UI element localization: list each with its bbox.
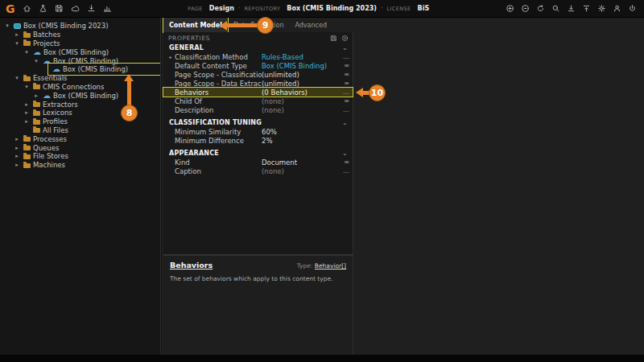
property-value[interactable]: Document (262, 158, 341, 167)
dropdown-menu-icon[interactable]: ≡ (341, 97, 349, 105)
expand-arrow-icon[interactable]: ▸ (32, 93, 40, 99)
property-type-link[interactable]: Behavior[] (315, 262, 346, 269)
tree-entry-selected[interactable]: Box (CMIS Binding) (50, 65, 161, 73)
tree-entry[interactable]: Profiles (31, 117, 70, 125)
flask-icon[interactable] (38, 3, 48, 14)
property-value[interactable]: (none) (262, 167, 341, 175)
expand-arrow-icon[interactable]: ▸ (13, 153, 21, 159)
tree-entry[interactable]: Box (CMIS Binding 2023) (11, 22, 110, 30)
tree-item-box-cmis-binding[interactable]: ▾Box (CMIS Binding) (0, 47, 160, 56)
add-circle-icon[interactable] (505, 3, 515, 14)
tree-entry[interactable]: Essentials (21, 74, 70, 82)
property-row-kind[interactable]: KindDocument≡ (163, 158, 353, 167)
collapse-arrow-icon[interactable]: ▾ (3, 23, 11, 29)
tree-item-machines[interactable]: ▸Machines (0, 161, 160, 170)
edit-ellipsis-icon[interactable]: … (341, 167, 349, 175)
property-value[interactable]: 2% (262, 137, 341, 145)
property-value[interactable]: (0 Behaviors) (262, 88, 341, 97)
tree-item-profiles[interactable]: ▸Profiles (0, 117, 160, 126)
tree-entry[interactable]: Box (CMIS Binding) (40, 92, 121, 100)
section-header-general[interactable]: GENERAL⌄ (163, 43, 353, 52)
tree-entry[interactable]: CMIS Connections (31, 83, 106, 91)
collapse-arrow-icon[interactable]: ▾ (23, 49, 31, 56)
chevron-down-icon[interactable]: ⌄ (342, 119, 348, 126)
chevron-down-icon[interactable]: ⌄ (342, 150, 348, 157)
download-icon[interactable] (566, 3, 576, 14)
property-value[interactable]: (unlimited) (262, 71, 341, 79)
save-icon[interactable] (329, 34, 337, 42)
expand-arrow-icon[interactable]: ▸ (23, 118, 31, 125)
cloud-icon[interactable] (70, 3, 80, 14)
property-row-page-scope-data-extraction[interactable]: Page Scope - Data Extraction(unlimited)≡ (163, 79, 353, 88)
expand-arrow-icon[interactable]: ▸ (13, 136, 21, 142)
tree-entry[interactable]: Extractors (31, 101, 80, 109)
property-value[interactable]: Box (CMIS Binding) (262, 62, 341, 70)
collapse-arrow-icon[interactable]: ▾ (13, 40, 21, 47)
tree-entry[interactable]: Batches (21, 31, 63, 39)
expand-arrow-icon[interactable]: ▸ (13, 31, 21, 38)
refresh-icon[interactable] (535, 3, 546, 14)
property-row-page-scope-classification[interactable]: Page Scope - Classification(unlimited)≡ (163, 70, 353, 79)
property-row-classification-method[interactable]: ▸Classification MethodRules-Based… (163, 52, 353, 61)
expand-arrow-icon[interactable]: ▸ (13, 145, 21, 151)
collapse-arrow-icon[interactable]: ▾ (13, 75, 21, 81)
section-header-appearance[interactable]: APPEARANCE⌄ (163, 148, 353, 158)
tree-item-box-cmis-binding[interactable]: Box (CMIS Binding) (0, 65, 160, 74)
expand-arrow-icon[interactable]: ▸ (23, 101, 31, 108)
tree-entry[interactable]: Machines (21, 161, 68, 169)
collapse-arrow-icon[interactable]: ▾ (32, 58, 40, 64)
tree-item-cmis-connections[interactable]: ▾CMIS Connections (0, 83, 160, 92)
tree-item-projects[interactable]: ▾Projects (0, 39, 160, 48)
property-value[interactable]: 60% (262, 128, 341, 136)
section-header-classification-tuning[interactable]: CLASSIFICATION TUNING⌄ (163, 117, 353, 127)
property-row-default-content-type[interactable]: Default Content TypeBox (CMIS Binding)≡ (163, 61, 353, 70)
tree-item-file-stores[interactable]: ▸File Stores (0, 152, 160, 161)
import-icon[interactable] (86, 3, 97, 14)
property-row-minimum-difference[interactable]: Minimum Difference2% (163, 136, 353, 145)
chevron-down-icon[interactable]: ⌄ (342, 44, 348, 51)
edit-ellipsis-icon[interactable]: … (341, 53, 349, 60)
expand-arrow-icon[interactable]: ▸ (23, 109, 31, 116)
dropdown-menu-icon[interactable]: ≡ (341, 62, 349, 69)
property-value[interactable]: (none) (262, 106, 341, 114)
property-value[interactable]: Rules-Based (262, 53, 341, 61)
tree-entry[interactable]: All Files (31, 126, 71, 134)
tree-item-extractors[interactable]: ▸Extractors (0, 100, 160, 109)
tree-item-processes[interactable]: ▸Processes (0, 134, 160, 143)
edit-ellipsis-icon[interactable]: … (341, 106, 349, 113)
tree-entry[interactable]: Box (CMIS Binding) (40, 57, 121, 65)
property-value[interactable]: (unlimited) (262, 80, 341, 88)
tree-item-box-cmis-binding[interactable]: ▾Box (CMIS Binding) (0, 56, 160, 65)
tree-item-queues[interactable]: ▸Queues (0, 143, 160, 152)
tree-entry[interactable]: Processes (21, 135, 69, 143)
home-icon[interactable] (22, 3, 32, 14)
tree-item-all-files[interactable]: All Files (0, 126, 160, 135)
user-icon[interactable] (612, 3, 622, 14)
cancel-icon[interactable] (341, 34, 349, 42)
tree-entry[interactable]: Projects (21, 39, 63, 47)
tree-entry[interactable]: Box (CMIS Binding) (31, 48, 111, 56)
property-row-behaviors[interactable]: Behaviors(0 Behaviors)… (163, 88, 353, 97)
tree-item-box-cmis-binding[interactable]: ▸Box (CMIS Binding) (0, 91, 160, 100)
edit-ellipsis-icon[interactable]: … (341, 88, 349, 96)
dropdown-menu-icon[interactable]: ≡ (341, 71, 349, 78)
power-icon[interactable] (627, 3, 638, 14)
dropdown-menu-icon[interactable]: ≡ (341, 158, 349, 166)
upload-icon[interactable] (581, 3, 592, 14)
tree-item-essentials[interactable]: ▾Essentials (0, 74, 160, 83)
tree-entry[interactable]: Lexicons (31, 109, 75, 117)
stop-circle-icon[interactable] (520, 3, 530, 14)
property-row-caption[interactable]: Caption(none)… (163, 167, 353, 175)
property-row-child-of[interactable]: Child Of(none)≡ (163, 97, 353, 105)
collapse-arrow-icon[interactable]: ▾ (23, 84, 31, 90)
property-row-description[interactable]: Description(none)… (163, 105, 353, 114)
tab-content-model[interactable]: Content Model (163, 18, 228, 32)
property-row-minimum-similarity[interactable]: Minimum Similarity60% (163, 127, 353, 136)
property-value[interactable]: (none) (262, 97, 341, 105)
tree-entry[interactable]: File Stores (21, 152, 71, 160)
search-icon[interactable] (551, 3, 561, 14)
chart-icon[interactable] (102, 3, 113, 14)
save-icon[interactable] (54, 3, 64, 14)
expand-property-icon[interactable]: ▸ (167, 54, 175, 60)
tree-entry[interactable]: Queues (21, 144, 61, 152)
